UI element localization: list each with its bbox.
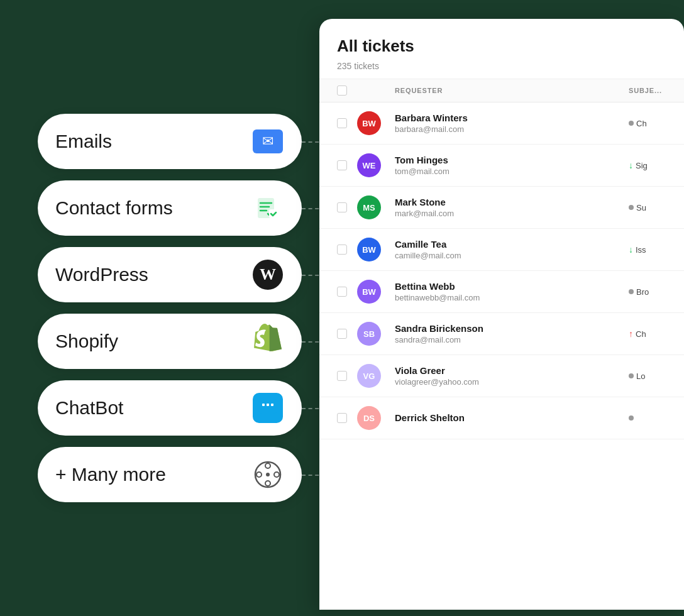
avatar: VG <box>357 364 381 388</box>
avatar: DS <box>357 406 381 430</box>
svg-rect-7 <box>267 404 269 406</box>
requester-email: camille@mail.com <box>395 251 629 260</box>
tickets-panel: All tickets 235 tickets REQUESTER SUBJE.… <box>319 19 684 610</box>
shopify-label: Shopify <box>55 331 118 352</box>
subject-preview: Lo <box>629 371 666 381</box>
select-all-checkbox[interactable] <box>337 85 347 96</box>
avatar: BW <box>357 111 381 135</box>
avatar: MS <box>357 195 381 219</box>
shopify-icon-area <box>251 325 284 358</box>
avatar-area: BW <box>357 238 387 261</box>
ticket-row[interactable]: VG Viola Greer violagreer@yahoo.com Lo <box>319 355 684 397</box>
avatar-area: WE <box>357 153 387 177</box>
requester-name: Camille Tea <box>395 239 629 250</box>
row-checkbox-area <box>337 160 357 170</box>
row-checkbox[interactable] <box>337 287 347 297</box>
avatar-area: SB <box>357 322 387 346</box>
requester-name: Barbara Winters <box>395 113 629 123</box>
subject-text: Iss <box>636 245 646 255</box>
priority-dot <box>629 373 634 378</box>
shopify-pill[interactable]: Shopify <box>38 314 302 369</box>
avatar-area: BW <box>357 280 387 304</box>
row-checkbox-area <box>337 287 357 297</box>
row-checkbox[interactable] <box>337 202 347 212</box>
ticket-row[interactable]: WE Tom Hinges tom@mail.com ↓ Sig <box>319 145 684 187</box>
requester-name: Tom Hinges <box>395 155 629 165</box>
svg-point-12 <box>256 472 262 477</box>
svg-rect-6 <box>262 404 265 406</box>
ticket-row[interactable]: SB Sandra Birickenson sandra@mail.com ↑ … <box>319 313 684 355</box>
svg-text:W: W <box>260 265 276 283</box>
chatbot-pill[interactable]: ChatBot <box>38 380 302 436</box>
avatar: BW <box>357 280 381 304</box>
contact-forms-pill[interactable]: Contact forms <box>38 180 302 236</box>
avatar-area: MS <box>357 195 387 219</box>
subject-preview: Bro <box>629 287 666 297</box>
row-checkbox[interactable] <box>337 245 347 255</box>
row-checkbox[interactable] <box>337 371 347 381</box>
requester-info: Barbara Winters barbara@mail.com <box>395 113 629 134</box>
tickets-count: 235 tickets <box>337 61 666 71</box>
wordpress-pill[interactable]: WordPress W <box>38 247 302 302</box>
avatar: WE <box>357 153 381 177</box>
more-icon-area <box>251 458 284 491</box>
requester-email: violagreer@yahoo.com <box>395 377 629 387</box>
row-checkbox[interactable] <box>337 413 347 423</box>
requester-email: bettinawebb@mail.com <box>395 293 629 302</box>
contact-forms-icon-area <box>251 192 284 224</box>
ticket-row[interactable]: BW Bettina Webb bettinawebb@mail.com Bro <box>319 271 684 313</box>
requester-name: Bettina Webb <box>395 281 629 292</box>
header-checkbox-area <box>337 85 357 96</box>
priority-arrow-down: ↓ <box>629 160 633 170</box>
requester-info: Tom Hinges tom@mail.com <box>395 155 629 176</box>
chatbot-icon-area <box>251 392 284 424</box>
more-icon <box>253 459 283 490</box>
subject-text: Su <box>636 203 646 212</box>
table-header-row: REQUESTER SUBJE... <box>319 79 684 102</box>
wordpress-label: WordPress <box>55 264 148 285</box>
avatar: SB <box>357 322 381 346</box>
requester-name: Mark Stone <box>395 197 629 207</box>
chatbot-icon <box>253 393 283 423</box>
requester-email: sandra@mail.com <box>395 335 629 344</box>
ticket-row[interactable]: DS Derrick Shelton <box>319 397 684 439</box>
contact-forms-label: Contact forms <box>55 197 173 219</box>
avatar-area: BW <box>357 111 387 135</box>
ticket-row[interactable]: BW Camille Tea camille@mail.com ↓ Iss <box>319 229 684 271</box>
row-checkbox-area <box>337 413 357 423</box>
row-checkbox[interactable] <box>337 329 347 339</box>
emails-label: Emails <box>55 131 112 152</box>
requester-info: Derrick Shelton <box>395 412 629 424</box>
row-checkbox-area <box>337 202 357 212</box>
tickets-table: REQUESTER SUBJE... BW Barbara Winters ba… <box>319 79 684 439</box>
requester-email: tom@mail.com <box>395 167 629 176</box>
subject-column-header: SUBJE... <box>629 87 666 94</box>
tickets-title: All tickets <box>337 36 666 56</box>
priority-arrow-up: ↑ <box>629 329 633 339</box>
avatar-area: DS <box>357 406 387 430</box>
requester-name: Derrick Shelton <box>395 412 629 423</box>
row-checkbox-area <box>337 118 357 128</box>
row-checkbox-area <box>337 329 357 339</box>
subject-text: Lo <box>636 371 645 381</box>
subject-text: Sig <box>636 161 648 170</box>
avatar: BW <box>357 238 381 261</box>
row-checkbox[interactable] <box>337 160 347 170</box>
requester-name: Sandra Birickenson <box>395 323 629 334</box>
subject-text: Bro <box>636 287 649 297</box>
chatbot-label: ChatBot <box>55 397 123 419</box>
requester-name: Viola Greer <box>395 365 629 376</box>
row-checkbox-area <box>337 371 357 381</box>
subject-preview: ↓ Sig <box>629 160 666 170</box>
form-icon <box>254 194 282 222</box>
subject-preview: Su <box>629 203 666 212</box>
requester-info: Sandra Birickenson sandra@mail.com <box>395 323 629 344</box>
ticket-row[interactable]: MS Mark Stone mark@mail.com Su <box>319 187 684 229</box>
more-pill[interactable]: + Many more <box>38 447 302 502</box>
priority-dot <box>629 205 634 210</box>
priority-dot <box>629 289 634 294</box>
row-checkbox[interactable] <box>337 118 347 128</box>
emails-pill[interactable]: Emails <box>38 114 302 169</box>
subject-text: Ch <box>636 119 647 128</box>
ticket-row[interactable]: BW Barbara Winters barbara@mail.com Ch <box>319 102 684 145</box>
